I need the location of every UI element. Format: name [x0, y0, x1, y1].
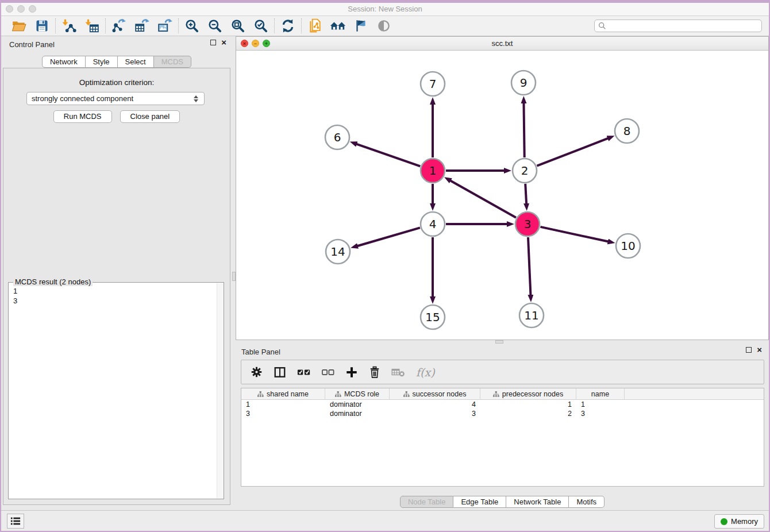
- tab-edge-table[interactable]: Edge Table: [453, 496, 506, 508]
- table-cell: 3: [241, 409, 325, 418]
- main-toolbar: [1, 16, 769, 36]
- search-box[interactable]: [594, 20, 762, 32]
- control-panel-tabs: NetworkStyleSelectMCDS: [1, 56, 232, 68]
- edge-4-14[interactable]: [357, 228, 420, 246]
- column-header-shared-name[interactable]: shared name: [241, 388, 325, 400]
- refresh-icon[interactable]: [280, 17, 296, 34]
- criterion-value: strongly connected component: [32, 94, 133, 103]
- unselect-all-icon[interactable]: [322, 368, 334, 376]
- export-table-icon[interactable]: [134, 17, 150, 34]
- titlebar: Session: New Session: [1, 3, 769, 16]
- table-panel: Table Panel ×: [236, 344, 769, 510]
- settings-gear-icon[interactable]: [251, 366, 263, 378]
- home-pair-icon[interactable]: [330, 17, 346, 34]
- function-builder-icon: f(x): [416, 366, 435, 379]
- open-session-button[interactable]: [11, 17, 27, 34]
- criterion-dropdown[interactable]: strongly connected component: [26, 92, 205, 105]
- save-session-button[interactable]: [34, 17, 50, 34]
- tree-icon: [335, 391, 341, 398]
- table-row[interactable]: 1dominator411: [241, 400, 764, 409]
- memory-label: Memory: [731, 517, 758, 526]
- delete-row-icon[interactable]: [369, 366, 380, 379]
- zoom-out-icon[interactable]: [207, 17, 223, 34]
- network-titlebar[interactable]: × − + scc.txt: [236, 37, 768, 51]
- tab-style[interactable]: Style: [86, 56, 118, 68]
- list-icon: [10, 516, 21, 526]
- tab-motifs[interactable]: Motifs: [569, 496, 605, 508]
- column-header-predecessor-nodes[interactable]: predecessor nodes: [480, 388, 576, 400]
- memory-button[interactable]: Memory: [714, 514, 764, 529]
- flag-icon[interactable]: [353, 17, 369, 34]
- edge-3-1[interactable]: [450, 180, 515, 218]
- zoom-fit-icon[interactable]: [230, 17, 246, 34]
- node-label-4: 4: [429, 217, 437, 231]
- edge-3-11[interactable]: [528, 237, 530, 295]
- mcds-result-text[interactable]: 1 3: [9, 284, 216, 499]
- zoom-selected-icon[interactable]: [253, 17, 269, 34]
- status-bar: Memory: [1, 510, 769, 531]
- column-header-successor-nodes[interactable]: successor nodes: [390, 388, 480, 400]
- show-columns-icon[interactable]: [274, 366, 286, 379]
- add-row-icon[interactable]: [345, 366, 358, 379]
- table-row[interactable]: 3dominator323: [241, 409, 764, 418]
- float-panel-icon[interactable]: [210, 40, 216, 45]
- close-panel-button[interactable]: Close panel: [120, 110, 180, 123]
- table-header-row: shared nameMCDS rolesuccessor nodesprede…: [241, 388, 764, 400]
- tab-mcds[interactable]: MCDS: [154, 56, 191, 68]
- edge-2-3[interactable]: [525, 184, 526, 204]
- node-label-7: 7: [429, 77, 437, 91]
- tree-icon: [493, 391, 499, 398]
- table-cell: dominator: [325, 400, 390, 409]
- search-input[interactable]: [609, 22, 758, 30]
- import-table-icon[interactable]: [84, 17, 100, 34]
- table-cell: 1: [480, 400, 576, 409]
- network-canvas[interactable]: 7968124314101511: [236, 51, 768, 340]
- search-icon: [598, 22, 606, 30]
- table-toolbar: f(x): [241, 360, 764, 384]
- edge-2-8[interactable]: [537, 138, 608, 166]
- node-table[interactable]: shared nameMCDS rolesuccessor nodesprede…: [241, 388, 764, 487]
- delete-table-icon: [391, 367, 405, 377]
- tab-network-table[interactable]: Network Table: [506, 496, 569, 508]
- network-title: scc.txt: [236, 39, 768, 48]
- node-label-1: 1: [429, 164, 437, 178]
- window-title: Session: New Session: [1, 5, 769, 13]
- node-label-14: 14: [330, 245, 345, 259]
- tree-icon: [403, 391, 410, 398]
- node-label-8: 8: [623, 124, 631, 138]
- close-panel-icon[interactable]: ×: [221, 40, 226, 45]
- eye-icon: [376, 17, 392, 34]
- export-image-icon[interactable]: [157, 17, 173, 34]
- table-panel-title: Table Panel: [241, 348, 280, 356]
- ndex-document-icon[interactable]: [307, 17, 323, 34]
- network-graph[interactable]: 7968124314101511: [236, 51, 770, 340]
- table-float-panel-icon[interactable]: [746, 347, 752, 353]
- tab-select[interactable]: Select: [118, 56, 154, 68]
- node-label-9: 9: [520, 76, 528, 90]
- edge-3-10[interactable]: [540, 227, 608, 242]
- column-header-name[interactable]: name: [576, 388, 625, 400]
- import-network-icon[interactable]: [61, 17, 77, 34]
- tab-network[interactable]: Network: [42, 56, 86, 68]
- column-header-mcds-role[interactable]: MCDS role: [325, 388, 390, 400]
- table-panel-tabs: Node TableEdge TableNetwork TableMotifs: [236, 496, 769, 508]
- edge-1-6[interactable]: [356, 144, 420, 167]
- show-panels-button[interactable]: [7, 514, 24, 529]
- zoom-in-icon[interactable]: [184, 17, 200, 34]
- export-network-icon[interactable]: [111, 17, 127, 34]
- tab-node-table[interactable]: Node Table: [400, 496, 454, 508]
- edge-2-9[interactable]: [523, 103, 524, 157]
- table-cell: dominator: [325, 409, 390, 418]
- table-close-panel-icon[interactable]: ×: [757, 347, 762, 353]
- dropdown-stepper-icon: [194, 95, 199, 102]
- run-mcds-button[interactable]: Run MCDS: [53, 110, 112, 123]
- tree-icon: [257, 391, 264, 398]
- network-window: × − + scc.txt 7968124314101511: [236, 36, 769, 340]
- app-window: Session: New Session: [0, 0, 770, 532]
- table-cell: 3: [390, 409, 480, 418]
- mcds-result-scrollbar[interactable]: [217, 283, 224, 498]
- node-label-3: 3: [524, 217, 532, 231]
- table-cell: 4: [390, 400, 480, 409]
- table-cell: 2: [480, 409, 576, 418]
- select-all-icon[interactable]: [297, 368, 311, 377]
